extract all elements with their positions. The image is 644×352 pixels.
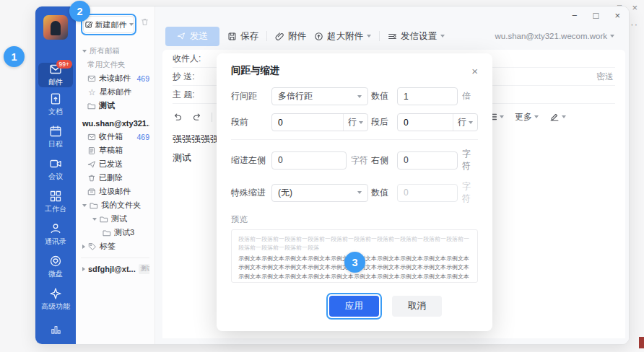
account-label: sdfghjl@xt... bbox=[88, 265, 136, 273]
rail-item-workbench[interactable]: 工作台 bbox=[38, 186, 73, 217]
account-label: wu.shan@xty321.... bbox=[82, 119, 149, 128]
sidebar-group-all-mail[interactable]: 所有邮箱 bbox=[81, 44, 149, 58]
folder-icon bbox=[87, 102, 96, 110]
indent-right-label: 右侧 bbox=[368, 154, 397, 167]
redo-button[interactable] bbox=[192, 112, 202, 122]
undo-icon bbox=[173, 112, 183, 122]
folder-icon bbox=[103, 229, 111, 237]
calendar-icon bbox=[49, 125, 62, 138]
space-after-input[interactable] bbox=[404, 118, 432, 128]
value-label: 数值 bbox=[368, 90, 397, 102]
close-button[interactable]: × bbox=[614, 10, 620, 21]
sidebar-item-spam[interactable]: 垃圾邮件 bbox=[81, 185, 149, 198]
send-settings-button[interactable]: 发信设置 bbox=[388, 30, 445, 43]
sidebar-item-drafts[interactable]: 草稿箱 bbox=[81, 144, 149, 157]
item-label: 已删除 bbox=[99, 172, 123, 183]
grid-icon bbox=[49, 190, 62, 203]
star-icon: ☆ bbox=[87, 87, 97, 97]
maximize-button[interactable]: □ bbox=[593, 10, 599, 21]
more-format-button[interactable]: 更多 bbox=[515, 111, 539, 123]
special-indent-select[interactable]: (无) bbox=[271, 184, 368, 202]
sparkle-icon bbox=[49, 287, 62, 300]
undo-button[interactable] bbox=[173, 112, 183, 122]
avatar[interactable] bbox=[43, 15, 68, 40]
chevron-down-icon bbox=[610, 35, 614, 38]
sidebar-item-my-folders[interactable]: 我的文件夹 bbox=[81, 198, 149, 212]
value-label: 数值 bbox=[368, 187, 397, 199]
space-after-unit-select[interactable]: 行 bbox=[453, 114, 477, 131]
divider bbox=[212, 113, 212, 122]
background-window-close-icon[interactable]: × bbox=[632, 2, 638, 13]
new-mail-button[interactable]: 新建邮件 bbox=[83, 16, 134, 33]
divider bbox=[81, 258, 149, 258]
folder-icon bbox=[100, 215, 108, 224]
dialog-close-icon[interactable]: × bbox=[471, 66, 478, 76]
rail-item-meeting[interactable]: 会议 bbox=[38, 154, 73, 185]
signature-button[interactable] bbox=[549, 112, 566, 122]
rail-item-calendar[interactable]: 日程 bbox=[38, 121, 73, 152]
sidebar-item-sent[interactable]: 已发送 bbox=[81, 157, 149, 171]
group-label: 所有邮箱 bbox=[90, 46, 120, 56]
group-label: 常用文件夹 bbox=[87, 60, 126, 70]
rail-item-mail[interactable]: 99+ 邮件 bbox=[38, 63, 73, 87]
special-indent-label: 特殊缩进 bbox=[231, 187, 271, 199]
sender-account[interactable]: wu.shan@xty321.wecom.work bbox=[495, 32, 615, 40]
bcc-toggle[interactable]: 密送 bbox=[596, 71, 614, 83]
space-before-input[interactable] bbox=[278, 118, 307, 128]
window-controls: − □ × bbox=[572, 10, 620, 21]
special-indent-value: (无) bbox=[278, 187, 292, 199]
sidebar-account-primary[interactable]: wu.shan@xty321.... bbox=[81, 116, 149, 130]
sidebar-item-my-folder-test3[interactable]: 测试3 bbox=[81, 226, 149, 239]
send-button[interactable]: 发送 bbox=[165, 27, 219, 46]
item-label: 测试3 bbox=[114, 227, 134, 238]
attachment-button[interactable]: 附件 bbox=[275, 30, 306, 43]
cancel-button[interactable]: 取消 bbox=[392, 296, 442, 317]
sidebar-item-unread[interactable]: 未读邮件 469 bbox=[81, 71, 149, 85]
space-after-input-box: 行 bbox=[397, 113, 478, 131]
chevron-down-icon bbox=[367, 35, 371, 38]
rail-item-docs[interactable]: 文档 bbox=[38, 89, 73, 120]
indent-right-input-box bbox=[397, 151, 458, 170]
line-spacing-select[interactable]: 多倍行距 bbox=[271, 87, 368, 105]
sender-account-label: wu.shan@xty321.wecom.work bbox=[495, 32, 608, 40]
indent-left-input[interactable] bbox=[278, 155, 340, 165]
special-indent-value-input[interactable] bbox=[404, 188, 451, 198]
sidebar-item-inbox[interactable]: 收件箱 469 bbox=[81, 130, 149, 144]
line-spacing-value-input[interactable] bbox=[404, 92, 451, 102]
to-label: 收件人: bbox=[173, 53, 201, 65]
save-button[interactable]: 保存 bbox=[227, 30, 258, 43]
sidebar-item-my-folder-test[interactable]: 测试 bbox=[81, 212, 149, 226]
item-label: 标签 bbox=[100, 241, 116, 252]
large-attachment-button[interactable]: 超大附件 bbox=[314, 30, 371, 43]
unit-label: 字符 bbox=[458, 180, 478, 205]
chevron-down-icon bbox=[500, 115, 504, 118]
rail-item-label: 日程 bbox=[38, 139, 73, 149]
rail-item-advanced[interactable]: 高级功能 bbox=[38, 283, 73, 314]
indent-right-input[interactable] bbox=[404, 155, 451, 165]
annotation-step-2: 2 bbox=[69, 1, 90, 22]
large-attachment-label: 超大附件 bbox=[327, 30, 363, 43]
tag-icon bbox=[88, 242, 97, 251]
rail-item-label: 高级功能 bbox=[38, 302, 73, 312]
sidebar-account-secondary[interactable]: sdfghjl@xt... 测试111 bbox=[81, 262, 149, 276]
sidebar-item-test-folder[interactable]: 测试 bbox=[81, 99, 149, 113]
rail-item-contacts[interactable]: 通讯录 bbox=[38, 219, 73, 250]
sidebar-item-deleted[interactable]: 已删除 bbox=[81, 171, 149, 185]
chevron-down-icon bbox=[129, 23, 134, 26]
space-before-unit-select[interactable]: 行 bbox=[343, 114, 367, 131]
sidebar-item-tags[interactable]: 标签 bbox=[81, 239, 149, 253]
item-label: 垃圾邮件 bbox=[99, 186, 131, 197]
trash-icon[interactable] bbox=[140, 17, 149, 27]
minimize-button[interactable]: − bbox=[572, 10, 578, 21]
chevron-down-icon bbox=[469, 121, 473, 124]
unread-count-badge: 99+ bbox=[56, 60, 72, 69]
rail-item-drive[interactable]: 微盘 bbox=[38, 251, 73, 282]
draft-icon bbox=[87, 146, 96, 155]
save-label: 保存 bbox=[240, 30, 258, 43]
unread-count: 469 bbox=[136, 74, 149, 83]
sidebar-item-starred[interactable]: ☆ 星标邮件 bbox=[81, 85, 149, 99]
paper-plane-icon bbox=[177, 32, 186, 40]
chevron-down-icon bbox=[357, 95, 362, 98]
chevron-down-icon bbox=[82, 204, 87, 207]
apply-button[interactable]: 应用 bbox=[329, 296, 379, 317]
